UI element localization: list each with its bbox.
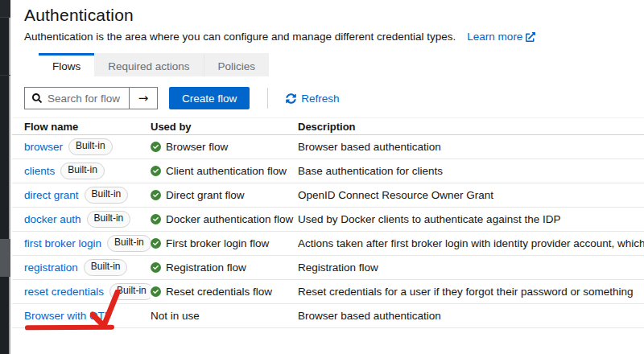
check-circle-icon <box>151 142 161 152</box>
flow-description: Browser based authentication <box>298 141 644 153</box>
used-by-text: Registration flow <box>166 261 246 274</box>
table-row: registration Built-in Registration flow … <box>12 256 644 280</box>
flow-name-link[interactable]: first broker login <box>24 237 101 249</box>
page-header: Authentication Authentication is the are… <box>12 0 644 43</box>
table-row: direct grant Built-in Direct grant flow … <box>12 183 644 208</box>
table-row: clients Built-in Client authentication f… <box>12 159 644 183</box>
check-circle-icon <box>151 286 161 297</box>
flow-description: Registration flow <box>298 261 644 274</box>
used-by-text: Browser flow <box>166 141 228 153</box>
sidebar-scrollbar-thumb[interactable] <box>0 239 10 277</box>
check-circle-icon <box>151 214 161 224</box>
table-row: browser Built-in Browser flow Browser ba… <box>12 135 644 159</box>
red-checkmark-annotation <box>90 290 121 328</box>
flow-name-link[interactable]: registration <box>24 261 78 274</box>
built-in-badge: Built-in <box>85 187 129 203</box>
collapsed-sidebar[interactable] <box>0 0 10 354</box>
refresh-icon <box>286 93 296 104</box>
red-underline-annotation <box>25 325 114 331</box>
search-input[interactable] <box>47 93 124 105</box>
flow-description: Actions taken after first broker login w… <box>298 237 644 249</box>
column-header-flow-name: Flow name <box>12 121 151 133</box>
search-submit-button[interactable]: → <box>129 88 157 109</box>
used-by-text: Direct grant flow <box>166 189 245 201</box>
check-circle-icon <box>151 166 161 176</box>
search-group: → <box>24 87 158 109</box>
search-icon <box>32 93 42 103</box>
flow-name-link[interactable]: direct grant <box>24 189 79 201</box>
flow-name-link[interactable]: docker auth <box>24 213 81 225</box>
column-header-used-by: Used by <box>151 121 298 133</box>
table-row: docker auth Built-in Docker authenticati… <box>12 208 644 232</box>
tab-required-actions[interactable]: Required actions <box>94 53 203 76</box>
learn-more-label: Learn more <box>467 31 522 43</box>
create-flow-button[interactable]: Create flow <box>169 87 250 109</box>
sidebar-top-segment <box>0 0 10 18</box>
used-by-text: Docker authentication flow <box>166 213 293 225</box>
built-in-badge: Built-in <box>68 138 113 154</box>
refresh-label: Refresh <box>301 93 339 105</box>
flow-description: Base authentication for clients <box>298 165 644 177</box>
flow-description: OpenID Connect Resource Owner Grant <box>298 189 644 201</box>
table-header-row: Flow name Used by Description <box>12 117 644 135</box>
tab-bar: Flows Required actions Policies <box>39 53 644 76</box>
external-link-icon <box>526 32 535 42</box>
built-in-badge: Built-in <box>107 235 151 251</box>
used-by-text: Client authentication flow <box>166 165 287 177</box>
check-circle-icon <box>151 238 161 249</box>
tab-policies[interactable]: Policies <box>204 53 270 76</box>
toolbar: → Create flow Refresh <box>24 87 644 109</box>
built-in-badge: Built-in <box>84 259 128 275</box>
learn-more-link[interactable]: Learn more <box>467 31 535 43</box>
built-in-badge: Built-in <box>60 163 105 179</box>
flow-description: Reset credentials for a user if they for… <box>298 286 644 298</box>
flow-description: Used by Docker clients to authenticate a… <box>298 213 644 225</box>
used-by-text: First broker login flow <box>166 237 269 249</box>
check-circle-icon <box>151 190 161 200</box>
authentication-page: Authentication Authentication is the are… <box>0 0 644 354</box>
flow-name-link[interactable]: clients <box>24 165 55 177</box>
sidebar-divider <box>0 75 10 76</box>
toolbar-divider <box>267 88 268 109</box>
page-description: Authentication is the area where you can… <box>24 31 456 43</box>
flow-name-link[interactable]: browser <box>24 141 63 153</box>
flow-description: Browser based authentication <box>298 310 644 322</box>
column-header-description: Description <box>298 121 644 133</box>
check-circle-icon <box>151 262 161 273</box>
refresh-button[interactable]: Refresh <box>286 93 339 105</box>
used-by-text: Reset credentials flow <box>166 286 272 298</box>
page-title: Authentication <box>24 6 644 25</box>
tab-flows[interactable]: Flows <box>39 53 94 76</box>
built-in-badge: Built-in <box>87 211 131 227</box>
used-by-text: Not in use <box>151 310 200 322</box>
table-row: first broker login Built-in First broker… <box>12 232 644 256</box>
